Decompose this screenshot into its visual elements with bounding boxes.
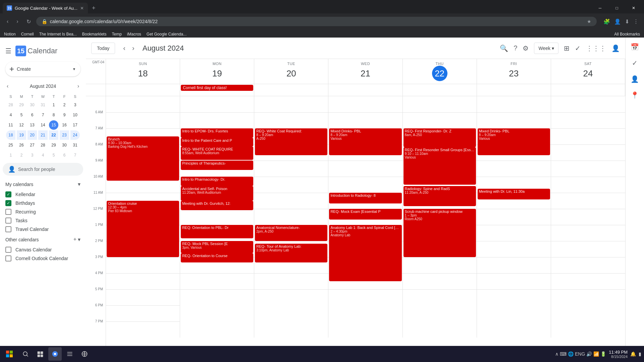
download-icon[interactable]: ⬇ [624,17,631,26]
mini-date[interactable]: 12 [17,120,26,130]
mini-date[interactable]: 26 [17,140,26,150]
event-pharmacology[interactable]: Intro to Pharmacology- Dr. [181,177,253,186]
event-mock-pbl[interactable]: REQ- Mock PBL Session [E 3pm, Various [181,241,253,253]
right-panel-calendar-icon[interactable]: 📅 [628,40,642,54]
right-panel-map-icon[interactable]: 📍 [628,88,642,102]
tray-battery-icon[interactable]: 🔋 [600,351,606,357]
mini-date[interactable]: 20 [28,130,37,140]
event-anatomy-nom[interactable]: Anatomical Nomenclature- 2pm, A-250 [255,225,327,241]
taskbar-chrome[interactable] [48,347,62,361]
calendar-checkbox-canvas[interactable] [5,247,11,253]
mini-date[interactable]: 21 [38,130,48,140]
mini-date[interactable]: 1 [6,150,15,160]
my-calendars-header[interactable]: My calendars ▾ [3,178,83,190]
search-people[interactable]: 👤 Search for people [3,163,83,176]
right-panel-check-icon[interactable]: ✓ [629,56,640,70]
event-mock-exam[interactable]: REQ- Mock Exam [Essential P [329,209,401,220]
apps-icon[interactable]: ⋮⋮⋮ [586,44,606,52]
event-white-coat-req[interactable]: REQ- White Coat Required: 8 – 9:20am A-2… [255,128,327,155]
mini-date[interactable]: 8 [49,110,58,120]
calendar-item-canvas[interactable]: Canvas Calendar [3,245,83,254]
new-tab-button[interactable]: + [92,5,96,12]
back-button[interactable]: ‹ [4,17,11,26]
mini-date-selected[interactable]: 22 [49,130,58,140]
event-orientation-course[interactable]: REQ- Orientation to Course [181,253,253,262]
view-selector[interactable]: Week ▾ [534,43,558,54]
day-number-thu[interactable]: 22 [432,66,447,81]
event-mixed-drinks-fri[interactable]: Mixed Drinks- PBL 8 – 9:20am Various [478,128,550,155]
mini-date[interactable]: 10 [70,110,80,120]
calendar-checkbox-recurring[interactable] [5,209,11,215]
event-orientation-pbl[interactable]: REQ: Orientation to PBL- Dr [181,225,253,238]
mini-date[interactable]: 30 [28,100,37,110]
event-anatomy-lab1[interactable]: Anatomy Lab 1: Back and Spinal Cord [Ess… [329,225,401,281]
taskbar-browser2[interactable] [78,347,91,361]
event-radiology-intro[interactable]: Introduction to Radiology- 8 [329,193,401,203]
active-tab[interactable]: 15 Google Calendar - Week of Au... ✕ [3,3,88,13]
calendar-item-birthdays[interactable]: ✓ Birthdays [3,199,83,207]
event-radiology-spine[interactable]: Radiology: Spine and RadS 11:20am, A-250 [404,186,476,206]
mini-date[interactable]: 18 [6,130,15,140]
bookmark-all-bookmarks[interactable]: All Bookmarks [614,32,640,37]
help-icon[interactable]: ? [514,44,517,52]
checkmark-icon[interactable]: ✓ [575,44,581,52]
mini-date[interactable]: 5 [49,150,58,160]
tray-wifi-icon[interactable]: 📶 [593,351,599,357]
close-button[interactable]: ✕ [626,3,641,13]
day-number-mon[interactable]: 19 [209,66,225,81]
mini-date[interactable]: 4 [6,110,15,120]
mini-date[interactable]: 2 [17,150,26,160]
prev-week-button[interactable]: ‹ [120,43,128,53]
event-dr-lin[interactable]: Meeting with Dr. Lin, 11:30a [478,189,550,199]
mini-date[interactable]: 5 [17,110,26,120]
bookmark-temp[interactable]: Temp [112,32,121,37]
mini-date[interactable]: 17 [70,120,80,130]
event-epom[interactable]: Intro to EPOM- Drs. Fuortes [181,128,253,138]
event-scrub-machine[interactable]: Scrub machine card pickup window 1 – 3pm… [404,209,476,257]
day-number-wed[interactable]: 21 [358,66,373,81]
taskbar-search[interactable] [19,347,32,361]
settings-icon[interactable]: ⚙ [523,44,529,52]
mini-date[interactable]: 7 [70,150,80,160]
taskbar-files[interactable] [63,347,76,361]
mini-date[interactable]: 27 [28,140,37,150]
clock[interactable]: 11:49 PM 8/15/2024 [609,350,628,359]
day-number-sun[interactable]: 18 [135,66,151,81]
right-panel-person-icon[interactable]: 👤 [628,72,642,86]
calendar-item-travel[interactable]: Travel Calendar [3,225,83,234]
day-number-tue[interactable]: 20 [283,66,299,81]
maximize-button[interactable]: □ [609,3,625,13]
tray-notification-icon[interactable]: 🔔 [630,351,636,357]
minimize-button[interactable]: ─ [592,3,608,13]
mini-date[interactable]: 1 [49,100,58,110]
collapse-other-calendars-icon[interactable]: ▾ [78,236,80,243]
bookmark-google-cal[interactable]: Get Google Calenda... [147,32,186,37]
reload-button[interactable]: ↻ [24,17,34,26]
address-bar[interactable]: 🔒 calendar.google.com/calendar/u/0/r/wee… [36,17,597,26]
start-button[interactable] [3,347,16,361]
mini-date[interactable]: 29 [17,100,26,110]
day-number-sat[interactable]: 24 [580,66,596,81]
mini-date[interactable]: 11 [6,120,15,130]
calendar-checkbox-cornell-outlook[interactable] [5,255,11,261]
mini-date[interactable]: 6 [28,110,37,120]
mini-date[interactable]: 19 [17,130,26,140]
bookmark-internet[interactable]: The Internet Is Bea... [39,32,77,37]
mini-date[interactable]: 6 [60,150,69,160]
mini-date[interactable]: 30 [60,140,69,150]
mini-date[interactable]: 13 [28,120,37,130]
event-brunch[interactable]: Brunch 8:30 – 10:30am Barking Dog Hell's… [107,136,179,181]
bookmark-cornell[interactable]: Cornell [21,32,34,37]
mini-date-today[interactable]: 15 [49,120,58,130]
event-white-coat[interactable]: REQ- WHITE COAT REQUIRE 8:55am, Weill Au… [181,146,253,160]
event-orientation-cruise[interactable]: Orientation cruise 12:30 – 4pm Pier 83 M… [107,201,179,257]
today-button[interactable]: Today [91,43,115,54]
more-options-icon[interactable]: ⋮ [632,17,640,26]
event-first-responder-groups[interactable]: REQ- First Resonder Small Groups [Essent… [404,147,476,185]
tray-show-desktop-icon[interactable]: ▮ [639,351,641,357]
all-day-event-cornell[interactable]: Cornell first day of class! [181,85,253,91]
calendar-item-kellendar[interactable]: ✓ Kellendar [3,190,83,199]
event-first-responder[interactable]: REQ- First Responder- Dr. Z 8am, A-250 [404,128,476,147]
mini-date[interactable]: 2 [60,100,69,110]
mini-date[interactable]: 31 [70,140,80,150]
